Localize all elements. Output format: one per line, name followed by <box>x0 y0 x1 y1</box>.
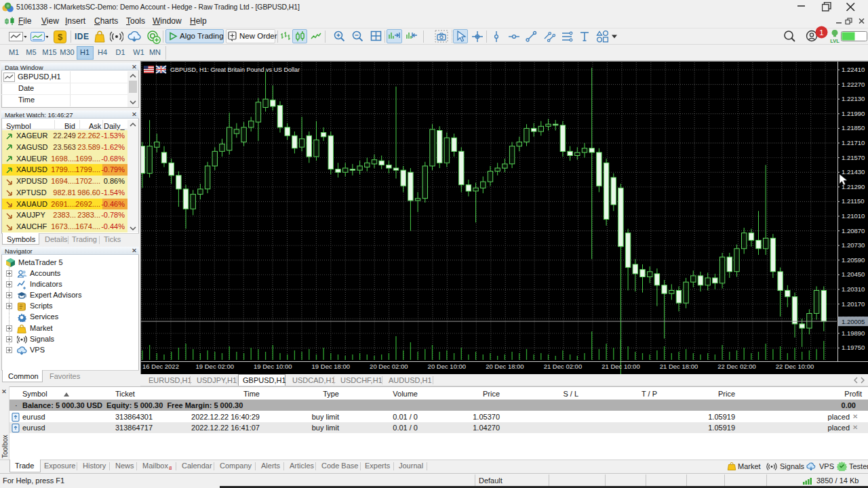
svg-text:1.20590: 1.20590 <box>842 256 865 264</box>
svg-text:19 Dec 02:00: 19 Dec 02:00 <box>196 363 235 370</box>
svg-text:1.21010: 1.21010 <box>842 212 865 220</box>
svg-text:1.20450: 1.20450 <box>842 270 865 278</box>
svg-text:LVL: LVL <box>830 38 840 43</box>
svg-text:20 Dec 10:00: 20 Dec 10:00 <box>428 363 467 370</box>
svg-text:1.20730: 1.20730 <box>842 241 865 249</box>
svg-text:1.19750: 1.19750 <box>842 344 865 351</box>
svg-text:1.19890: 1.19890 <box>842 329 865 337</box>
svg-text:1.21850: 1.21850 <box>842 124 865 131</box>
svg-text:GBPUSD, H1: Great Britain Pou: GBPUSD, H1: Great Britain Pound vs US Do… <box>170 66 300 73</box>
svg-text:20 Dec 18:00: 20 Dec 18:00 <box>486 363 524 370</box>
svg-text:1.21150: 1.21150 <box>842 197 865 205</box>
svg-text:1.21430: 1.21430 <box>842 168 865 176</box>
svg-text:21 Dec 10:00: 21 Dec 10:00 <box>601 363 640 370</box>
svg-text:1.21710: 1.21710 <box>842 139 865 146</box>
svg-text:22 Dec 02:00: 22 Dec 02:00 <box>717 363 756 370</box>
svg-text:$: $ <box>58 32 63 42</box>
svg-text:16 Dec 2022: 16 Dec 2022 <box>142 363 179 370</box>
svg-text:1.22270: 1.22270 <box>842 81 865 88</box>
svg-text:1.22130: 1.22130 <box>842 95 865 102</box>
svg-text:19 Dec 18:00: 19 Dec 18:00 <box>312 363 351 370</box>
svg-text:1.20005: 1.20005 <box>842 318 865 325</box>
svg-text:1.20170: 1.20170 <box>842 300 865 308</box>
svg-text:21 Dec 02:00: 21 Dec 02:00 <box>544 363 583 370</box>
svg-text:1.22410: 1.22410 <box>842 66 865 73</box>
svg-text:1: 1 <box>819 28 823 37</box>
svg-text:1.20310: 1.20310 <box>842 285 865 293</box>
svg-text:1.20870: 1.20870 <box>842 227 865 235</box>
svg-text:20 Dec 02:00: 20 Dec 02:00 <box>370 363 408 370</box>
svg-text:1.21570: 1.21570 <box>842 154 865 161</box>
svg-text:21 Dec 18:00: 21 Dec 18:00 <box>660 363 698 370</box>
svg-text:19 Dec 10:00: 19 Dec 10:00 <box>254 363 292 370</box>
svg-text:22 Dec 10:00: 22 Dec 10:00 <box>776 363 814 370</box>
svg-text:1.21990: 1.21990 <box>842 110 865 117</box>
